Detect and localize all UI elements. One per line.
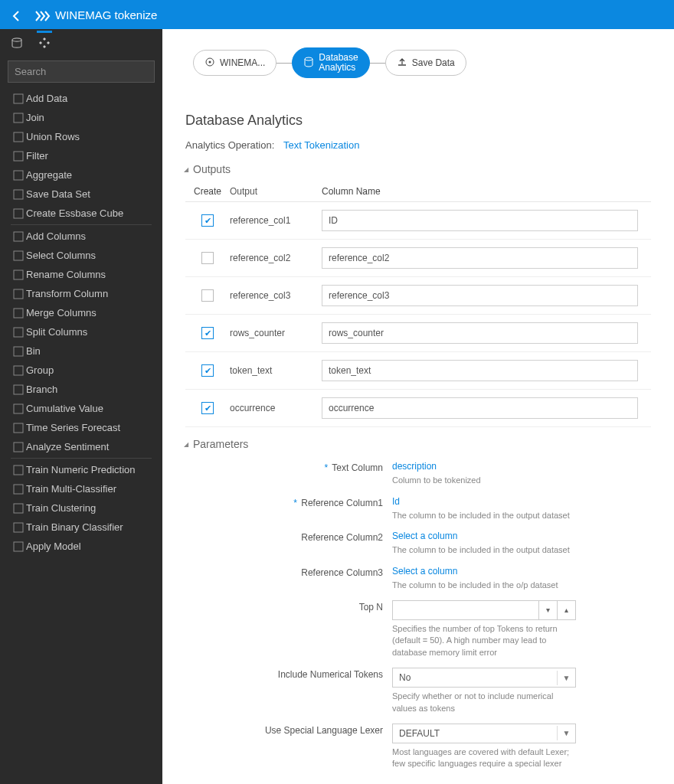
sidebar-item[interactable]: Train Numeric Prediction [0, 460, 162, 479]
sidebar-item[interactable]: Add Columns [0, 227, 162, 246]
chevron-down-icon[interactable]: ▼ [557, 726, 575, 740]
sidebar-item[interactable]: Union Rows [0, 127, 162, 146]
svg-rect-2 [14, 113, 23, 122]
sidebar-item[interactable]: Transform Column [0, 284, 162, 303]
param-select[interactable]: No▼ [392, 668, 576, 688]
svg-rect-18 [14, 423, 23, 433]
spin-down-icon[interactable]: ▾ [539, 600, 558, 620]
param-hint: The column to be included in the output … [392, 510, 576, 521]
param-label: Reference Column2 [185, 531, 392, 556]
sidebar-item[interactable]: Apply Model [0, 537, 162, 556]
output-name: reference_col1 [230, 215, 322, 226]
pipeline-node[interactable]: DatabaseAnalytics [292, 47, 369, 78]
svg-rect-24 [14, 542, 23, 551]
param-value-link[interactable]: description [392, 461, 437, 472]
sidebar-item[interactable]: Merge Columns [0, 303, 162, 322]
column-name-input[interactable] [322, 210, 638, 231]
svg-rect-7 [14, 209, 23, 218]
param-value-link[interactable]: Id [392, 496, 400, 507]
sidebar-item[interactable]: Train Multi-Classifier [0, 479, 162, 498]
svg-rect-15 [14, 366, 23, 375]
upload-icon [397, 57, 407, 70]
step-icon [11, 503, 26, 514]
sidebar-item[interactable]: Train Clustering [0, 498, 162, 518]
sidebar-item[interactable]: Split Columns [0, 322, 162, 341]
column-name-input[interactable] [322, 322, 638, 344]
tab-data[interactable] [11, 37, 23, 51]
col-create-header: Create [185, 186, 230, 197]
param-hint: The column to be included in the o/p dat… [392, 580, 576, 591]
param-label: Top N [185, 600, 392, 658]
step-icon [11, 113, 26, 123]
sidebar-item[interactable]: Select Columns [0, 246, 162, 265]
svg-rect-5 [14, 171, 23, 180]
op-value-link[interactable]: Text Tokenization [283, 139, 360, 151]
step-icon [11, 151, 26, 162]
pipeline-node[interactable]: Save Data [385, 50, 466, 76]
search-input[interactable] [8, 60, 155, 83]
create-checkbox[interactable]: ✔ [201, 327, 214, 339]
sidebar-item[interactable]: Analyze Sentiment [0, 437, 162, 456]
svg-rect-4 [14, 152, 23, 161]
step-icon [11, 308, 26, 318]
sidebar-item[interactable]: Train Binary Classifier [0, 518, 162, 537]
step-icon [11, 423, 26, 433]
create-checkbox[interactable]: ✔ [201, 402, 214, 414]
param-row: Reference Column2 Select a columnThe col… [185, 526, 651, 560]
param-select[interactable]: DEFAULT▼ [392, 724, 576, 743]
sidebar-item[interactable]: Filter [0, 146, 162, 165]
svg-rect-1 [14, 94, 23, 103]
sidebar-item[interactable]: Add Data [0, 89, 162, 108]
column-name-input[interactable] [322, 247, 638, 269]
sidebar-item[interactable]: Group [0, 361, 162, 380]
column-name-input[interactable] [322, 285, 638, 306]
spin-up-icon[interactable]: ▴ [558, 600, 576, 620]
sidebar-item[interactable]: Bin [0, 341, 162, 361]
param-label: Reference Column3 [185, 566, 392, 591]
topn-spinner[interactable]: ▾▴ [392, 600, 576, 620]
column-name-input[interactable] [322, 360, 638, 381]
svg-point-0 [12, 38, 21, 41]
pipeline-node[interactable]: WINEMA... [193, 50, 276, 76]
svg-rect-19 [14, 443, 23, 452]
param-value-link[interactable]: Select a column [392, 531, 457, 541]
param-row: Reference Column3 Select a columnThe col… [185, 561, 651, 596]
create-checkbox[interactable]: ✔ [201, 364, 214, 377]
sidebar-item[interactable]: Create Essbase Cube [0, 204, 162, 223]
svg-point-26 [209, 60, 211, 63]
param-row: Top N ▾▴Specifies the number of top Toke… [185, 596, 651, 663]
col-name-header: Column Name [322, 186, 651, 197]
output-name: reference_col2 [230, 253, 322, 263]
chevron-down-icon[interactable]: ▼ [557, 671, 575, 685]
svg-rect-8 [14, 232, 23, 241]
sidebar-item[interactable]: Branch [0, 380, 162, 399]
output-name: token_text [230, 365, 322, 376]
create-checkbox[interactable]: ✔ [201, 214, 214, 227]
back-button[interactable] [8, 8, 25, 21]
svg-rect-10 [14, 270, 23, 279]
column-name-input[interactable] [322, 397, 638, 419]
create-checkbox[interactable] [201, 252, 214, 264]
breadcrumb-icon [35, 8, 51, 21]
params-collapser[interactable]: Parameters [162, 435, 674, 453]
param-row: Use Special Language Lexer DEFAULT▼Most … [185, 719, 651, 775]
sidebar-item[interactable]: Join [0, 108, 162, 127]
svg-rect-6 [14, 190, 23, 199]
sidebar-item[interactable]: Rename Columns [0, 265, 162, 284]
svg-rect-21 [14, 485, 23, 494]
sidebar-item[interactable]: Time Series Forecast [0, 418, 162, 437]
step-icon [11, 327, 26, 338]
param-value-link[interactable]: Select a column [392, 566, 457, 577]
sidebar-item[interactable]: Cumulative Value [0, 399, 162, 418]
output-row: ✔ token_text [185, 352, 651, 390]
tab-steps[interactable] [38, 37, 51, 51]
create-checkbox[interactable] [201, 289, 214, 302]
step-icon [11, 208, 26, 219]
sidebar-item[interactable]: Save Data Set [0, 185, 162, 204]
output-row: reference_col2 [185, 240, 651, 277]
sidebar-item[interactable]: Aggregate [0, 165, 162, 185]
param-hint: Most languages are covered with default … [392, 746, 576, 770]
step-icon [11, 484, 26, 495]
outputs-collapser[interactable]: Outputs [162, 160, 674, 178]
step-icon [11, 270, 26, 280]
